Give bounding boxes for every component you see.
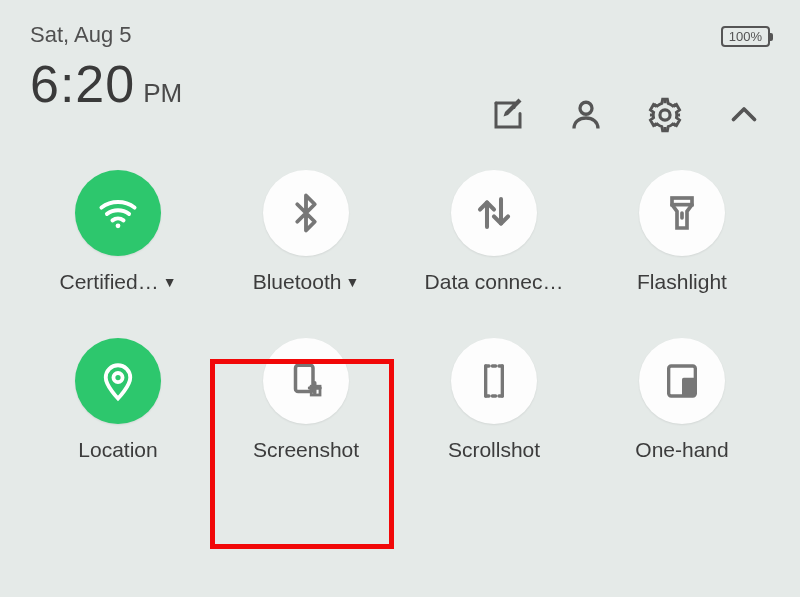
ampm-text: PM (143, 78, 182, 109)
quick-settings-grid: Certified… ▼ Bluetooth ▼ Data connec… (0, 114, 800, 462)
svg-point-5 (113, 373, 122, 382)
tile-onehand-label: One-hand (635, 438, 728, 462)
tile-screenshot-label-row: Screenshot (253, 438, 359, 462)
tile-scrollshot-label-row: Scrollshot (448, 438, 540, 462)
chevron-down-icon: ▼ (163, 274, 177, 290)
tile-bluetooth-label-row[interactable]: Bluetooth ▼ (253, 270, 360, 294)
svg-rect-3 (672, 198, 692, 205)
tile-wifi[interactable]: Certified… ▼ (24, 170, 212, 294)
date-text: Sat, Aug 5 (30, 22, 182, 48)
battery-percent: 100% (729, 29, 762, 44)
screenshot-icon[interactable] (263, 338, 349, 424)
svg-point-0 (580, 102, 592, 114)
battery-indicator: 100% (721, 26, 770, 47)
time-row: 6:20 PM (30, 54, 182, 114)
svg-point-2 (116, 223, 121, 228)
tile-wifi-label-row[interactable]: Certified… ▼ (59, 270, 176, 294)
chevron-down-icon: ▼ (345, 274, 359, 290)
tile-location[interactable]: Location (24, 338, 212, 462)
collapse-chevron-icon[interactable] (726, 97, 762, 133)
wifi-icon[interactable] (75, 170, 161, 256)
tile-scrollshot-label: Scrollshot (448, 438, 540, 462)
tile-flashlight-label-row: Flashlight (637, 270, 727, 294)
tile-location-label-row: Location (78, 438, 157, 462)
tile-flashlight[interactable]: Flashlight (588, 170, 776, 294)
data-connection-icon[interactable] (451, 170, 537, 256)
tile-bluetooth[interactable]: Bluetooth ▼ (212, 170, 400, 294)
tile-data-label-row: Data connec… (425, 270, 564, 294)
tile-data[interactable]: Data connec… (400, 170, 588, 294)
scrollshot-icon[interactable] (451, 338, 537, 424)
bluetooth-icon[interactable] (263, 170, 349, 256)
tile-flashlight-label: Flashlight (637, 270, 727, 294)
tile-screenshot-label: Screenshot (253, 438, 359, 462)
tile-scrollshot[interactable]: Scrollshot (400, 338, 588, 462)
location-icon[interactable] (75, 338, 161, 424)
tile-location-label: Location (78, 438, 157, 462)
tile-onehand-label-row: One-hand (635, 438, 728, 462)
tile-wifi-label: Certified… (59, 270, 158, 294)
settings-icon[interactable] (646, 96, 684, 134)
svg-rect-9 (682, 378, 695, 396)
time-text: 6:20 (30, 54, 135, 114)
user-icon[interactable] (568, 97, 604, 133)
svg-point-1 (660, 110, 670, 120)
action-row (490, 96, 762, 134)
flashlight-icon[interactable] (639, 170, 725, 256)
edit-icon[interactable] (490, 97, 526, 133)
datetime-block: Sat, Aug 5 6:20 PM (30, 22, 182, 114)
onehand-icon[interactable] (639, 338, 725, 424)
tile-onehand[interactable]: One-hand (588, 338, 776, 462)
tile-data-label: Data connec… (425, 270, 564, 294)
tile-screenshot[interactable]: Screenshot (212, 338, 400, 462)
tile-bluetooth-label: Bluetooth (253, 270, 342, 294)
